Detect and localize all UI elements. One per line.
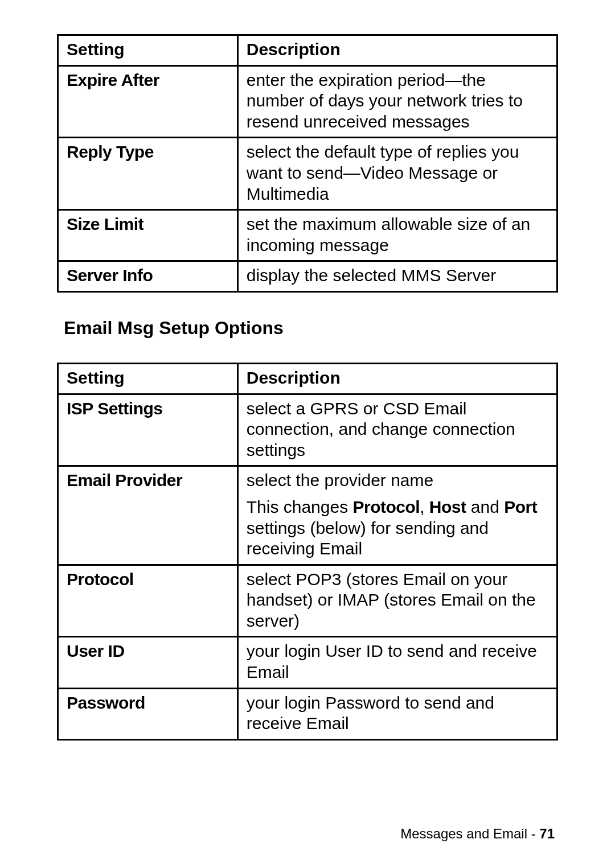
table-row: Email Provider select the provider name … [58,466,557,565]
table-row: Protocol select POP3 (stores Email on yo… [58,565,557,637]
setting-description: select the default type of replies you w… [237,138,557,210]
description-line: This changes Protocol, Host and Port set… [247,497,548,560]
page-footer: Messages and Email - 71 [400,826,555,842]
setting-name: Size Limit [58,210,238,261]
setting-name: Reply Type [58,138,238,210]
setting-name: Email Provider [58,466,238,565]
table-row: User ID your login User ID to send and r… [58,637,557,688]
table-header-row: Setting Description [58,35,557,66]
table-row: ISP Settings select a GPRS or CSD Email … [58,394,557,466]
mms-settings-table: Setting Description Expire After enter t… [57,34,558,293]
setting-name: User ID [58,637,238,688]
footer-section-name: Messages and Email [400,826,527,841]
setting-name: Password [58,688,238,739]
footer-separator: - [527,826,539,841]
setting-name: ISP Settings [58,394,238,466]
setting-description: display the selected MMS Server [237,261,557,292]
text: settings (below) for sending and receivi… [247,519,489,558]
setting-description: enter the expiration period—the number o… [237,65,557,138]
setting-name: Server Info [58,261,238,292]
header-description: Description [237,35,557,66]
page-number: 71 [539,826,555,841]
setting-description: select POP3 (stores Email on your handse… [237,565,557,637]
text: This changes [247,497,353,516]
header-setting: Setting [58,363,238,394]
email-settings-table: Setting Description ISP Settings select … [57,363,558,741]
bold-term-host: Host [429,497,466,516]
setting-description: your login Password to send and receive … [237,688,557,739]
table-row: Server Info display the selected MMS Ser… [58,261,557,292]
section-heading-email-setup: Email Msg Setup Options [64,318,558,339]
bold-term-port: Port [504,497,537,516]
text: and [466,497,505,516]
table-row: Password your login Password to send and… [58,688,557,739]
header-description: Description [237,363,557,394]
setting-description: select the provider name This changes Pr… [237,466,557,565]
text: , [420,497,429,516]
table-row: Expire After enter the expiration period… [58,65,557,138]
setting-name: Expire After [58,65,238,138]
table-row: Size Limit set the maximum allowable siz… [58,210,557,261]
setting-description: select a GPRS or CSD Email connection, a… [237,394,557,466]
table-header-row: Setting Description [58,363,557,394]
header-setting: Setting [58,35,238,66]
setting-description: your login User ID to send and receive E… [237,637,557,688]
setting-name: Protocol [58,565,238,637]
bold-term-protocol: Protocol [353,497,420,516]
description-line: select the provider name [247,470,548,491]
table-row: Reply Type select the default type of re… [58,138,557,210]
manual-page: Setting Description Expire After enter t… [0,0,615,868]
setting-description: set the maximum allowable size of an inc… [237,210,557,261]
